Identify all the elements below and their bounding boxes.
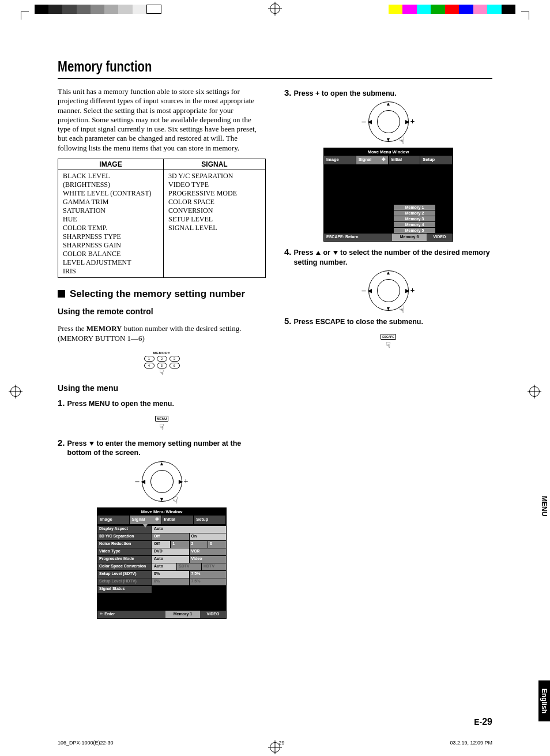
memory-button: 1 bbox=[144, 356, 155, 362]
osd-tab: Setup bbox=[194, 516, 226, 524]
osd-tab: Signal ✥ bbox=[130, 516, 162, 524]
memory-list-item: Memory 1 bbox=[394, 205, 435, 210]
step-2: 2. Press to enter the memory setting num… bbox=[58, 438, 266, 458]
sub-heading-remote: Using the remote control bbox=[58, 307, 266, 316]
osd-titlebar: Move Menu Window bbox=[97, 508, 226, 516]
sub-heading-menu: Using the menu bbox=[58, 383, 266, 393]
step-4: 4. Press or to select the number of the … bbox=[284, 247, 492, 267]
intro-paragraph: This unit has a memory function able to … bbox=[58, 87, 266, 153]
step-3: 3. Press + to open the submenu. bbox=[284, 88, 492, 98]
osd-tab: Image bbox=[97, 516, 130, 524]
osd-titlebar: Move Menu Window bbox=[324, 148, 453, 156]
table-cell-signal: 3D Y/C SEPARATION VIDEO TYPE PROGRESSIVE… bbox=[163, 170, 265, 277]
arrow-up-icon: ▲ bbox=[386, 101, 391, 107]
minus-icon: – bbox=[362, 117, 366, 126]
memory-list-item: Memory 3 bbox=[394, 216, 435, 222]
osd-footer-source: VIDEO bbox=[427, 234, 453, 241]
osd-tab: Initial bbox=[162, 516, 194, 524]
osd-tab: Image bbox=[324, 156, 356, 164]
plus-icon: + bbox=[184, 477, 189, 486]
memory-list-item: Memory 2 bbox=[394, 210, 435, 216]
plus-icon: + bbox=[410, 286, 415, 295]
osd-footer-left: +: Enter bbox=[97, 611, 165, 618]
hand-icon: ☟ bbox=[379, 340, 398, 349]
hand-icon: ☟ bbox=[138, 368, 186, 377]
memory-buttons-diagram: MEMORY 1 2 3 4 5 6 ☟ bbox=[138, 351, 186, 377]
osd-tab: Initial bbox=[389, 156, 421, 164]
page-title: Memory function bbox=[58, 58, 397, 76]
table-header-image: IMAGE bbox=[58, 159, 164, 170]
print-footer-filename: 106_DPX-1000(E)22-30 bbox=[58, 740, 114, 746]
arrow-right-icon: ▶ bbox=[405, 119, 409, 125]
dpad-diagram: ▲ ▼ ◀ ▶ – + ☟ bbox=[368, 101, 409, 142]
memory-button: 2 bbox=[157, 356, 167, 362]
section-heading: Selecting the memory setting number bbox=[58, 288, 266, 300]
arrow-up-icon: ▲ bbox=[386, 270, 391, 276]
hand-icon: ☟ bbox=[154, 422, 170, 431]
hand-icon: ☟ bbox=[172, 495, 178, 506]
hand-icon: ☟ bbox=[399, 135, 405, 146]
memory-list-item: Memory 5 bbox=[394, 228, 435, 234]
memory-button: 5 bbox=[157, 363, 167, 368]
arrow-down-icon: ▼ bbox=[159, 497, 164, 502]
osd-tabs: Image Signal ✥ Initial Setup bbox=[97, 516, 226, 524]
left-column: This unit has a memory function able to … bbox=[58, 82, 266, 623]
arrow-left-icon: ◀ bbox=[368, 119, 372, 125]
arrow-right-icon: ▶ bbox=[179, 479, 183, 484]
memory-items-table: IMAGE SIGNAL BLACK LEVEL (BRIGHTNESS) WH… bbox=[58, 159, 266, 278]
side-tab-english: English bbox=[538, 680, 550, 721]
minus-icon: – bbox=[135, 477, 140, 486]
table-cell-image: BLACK LEVEL (BRIGHTNESS) WHITE LEVEL (CO… bbox=[58, 170, 164, 277]
minus-icon: – bbox=[362, 286, 366, 295]
memory-button: 4 bbox=[144, 363, 155, 368]
osd-tab: Signal ✥ bbox=[356, 156, 389, 164]
escape-button-diagram: ESCAPE ☟ bbox=[379, 330, 398, 349]
print-footer-timestamp: 03.2.19, 12:09 PM bbox=[450, 740, 492, 746]
plus-icon: + bbox=[410, 117, 415, 126]
hand-icon: ☟ bbox=[399, 304, 405, 315]
side-tab-menu: MENU bbox=[538, 490, 550, 522]
arrow-left-icon: ◀ bbox=[368, 288, 372, 294]
dpad-diagram: ▲ ▼ ◀ ▶ – + ☟ bbox=[142, 461, 182, 502]
remote-instruction: Press the MEMORY button number with the … bbox=[58, 324, 266, 344]
print-footer: 106_DPX-1000(E)22-30 29 03.2.19, 12:09 P… bbox=[0, 740, 550, 746]
arrow-right-icon: ▶ bbox=[405, 288, 409, 294]
osd-footer-memory: Memory 1 bbox=[165, 611, 200, 618]
osd-panel-signal: Move Menu Window Image Signal ✥ Initial … bbox=[97, 507, 227, 619]
menu-button-diagram: MENU ☟ bbox=[154, 412, 170, 431]
osd-footer-memory: Memory 6 bbox=[392, 234, 427, 241]
osd-panel-memory: Move Menu Window Image Signal ✥ Initial … bbox=[323, 148, 453, 242]
osd-footer-left: ESCAPE: Return bbox=[324, 234, 392, 241]
triangle-up-icon bbox=[316, 251, 321, 255]
memory-button: 6 bbox=[169, 363, 180, 368]
right-column: 3. Press + to open the submenu. ▲ ▼ ◀ ▶ … bbox=[284, 82, 492, 623]
arrow-left-icon: ◀ bbox=[141, 479, 145, 484]
arrow-down-icon: ▼ bbox=[386, 137, 391, 142]
print-footer-page: 29 bbox=[278, 740, 284, 746]
arrow-up-icon: ▲ bbox=[159, 461, 164, 467]
table-header-signal: SIGNAL bbox=[163, 159, 265, 170]
page-number: E-29 bbox=[474, 717, 492, 727]
step-5: 5. Press ESCAPE to close the submenu. bbox=[284, 317, 492, 326]
triangle-down-icon bbox=[333, 251, 338, 255]
dpad-diagram: ▲ ▼ ◀ ▶ – + ☟ bbox=[368, 270, 409, 311]
arrow-down-icon: ▼ bbox=[386, 306, 391, 311]
title-rule bbox=[58, 78, 492, 79]
memory-button: 3 bbox=[169, 356, 180, 362]
osd-tab: Setup bbox=[420, 156, 453, 164]
triangle-down-icon bbox=[89, 442, 94, 446]
step-1: 1. Press MENU to open the menu. bbox=[58, 398, 266, 408]
memory-list-item: Memory 4 bbox=[394, 222, 435, 228]
osd-footer-source: VIDEO bbox=[200, 611, 226, 618]
